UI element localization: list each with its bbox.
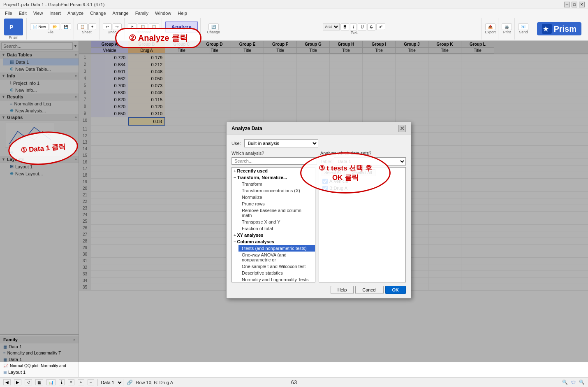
- maximize-button[interactable]: □: [572, 2, 577, 7]
- menu-edit[interactable]: Edit: [16, 10, 30, 16]
- analysis-search-input[interactable]: [231, 157, 317, 165]
- new-file-button[interactable]: 📄 New: [30, 23, 49, 30]
- undo-button[interactable]: ↩: [103, 23, 112, 30]
- list-button[interactable]: ≡: [68, 379, 74, 385]
- dataset-item-a[interactable]: A:Vehicle: [321, 178, 404, 185]
- cancel-button[interactable]: Cancel: [355, 286, 383, 294]
- change-label: Change: [207, 30, 220, 34]
- minus-button[interactable]: −: [88, 379, 94, 385]
- plus-button[interactable]: +: [78, 379, 84, 385]
- deselect-all-button[interactable]: Deselect All: [347, 169, 375, 176]
- font-select[interactable]: Arial: [323, 23, 340, 30]
- save-file-button[interactable]: 💾: [61, 23, 71, 30]
- svg-text:★: ★: [543, 26, 549, 33]
- change-btn[interactable]: 🔄: [208, 23, 219, 30]
- help-button[interactable]: Help: [331, 286, 354, 294]
- dialog-body: Use: Built-in analysis Which analysis? A…: [227, 135, 411, 298]
- table-selector[interactable]: Data 1: [97, 379, 123, 386]
- bold-button[interactable]: B: [340, 23, 349, 30]
- select-buttons-row: Select All Deselect All: [321, 169, 404, 176]
- analysis-normalize[interactable]: Normalize: [238, 194, 315, 200]
- analysis-normality[interactable]: Normality and Lognormality Tests: [238, 276, 315, 282]
- analysis-one-sample-t[interactable]: One sample t and Wilcoxon test: [238, 263, 315, 270]
- dialog-title: Analyze Data: [231, 126, 262, 131]
- family-item-qqplot[interactable]: 📈 Normal QQ plot: Normality and L: [0, 363, 79, 369]
- send-button[interactable]: 📧: [518, 23, 528, 30]
- dataset-b-checkbox[interactable]: [322, 186, 328, 191]
- cut-button[interactable]: ✂: [128, 23, 137, 30]
- analysis-ttests[interactable]: t tests (and nonparametric tests): [238, 245, 315, 252]
- superscript-button[interactable]: x²: [376, 23, 385, 30]
- link-icon: 🔗: [127, 380, 133, 385]
- analysis-anova[interactable]: One-way ANOVA (and nonparametric or: [238, 252, 315, 263]
- analysis-list: + Recently used − Transform, Normalize..…: [231, 167, 315, 282]
- category-transform[interactable]: − Transform, Normalize...: [232, 174, 315, 181]
- strikethrough-button[interactable]: S̶: [367, 23, 375, 30]
- status-position: Row 10, B: Drug A: [136, 380, 174, 385]
- nav-play-button[interactable]: ▶: [14, 379, 21, 385]
- open-file-button[interactable]: 📂: [50, 23, 60, 30]
- svg-text:P: P: [9, 24, 13, 30]
- dataset-a-checkbox[interactable]: [322, 179, 328, 184]
- menu-arrange[interactable]: Arrange: [109, 10, 132, 16]
- menu-help[interactable]: Help: [174, 10, 190, 16]
- menu-insert[interactable]: Insert: [46, 10, 64, 16]
- window-controls[interactable]: ─ □ ✕: [564, 2, 585, 7]
- use-select[interactable]: Built-in analysis: [244, 139, 318, 147]
- family-layout-label: Layout 1: [8, 370, 25, 375]
- sheet-btn[interactable]: 📋: [77, 23, 88, 30]
- analysis-fraction[interactable]: Fraction of total: [238, 225, 315, 232]
- menu-file[interactable]: File: [2, 10, 16, 16]
- toolbar-text-section: Arial B I U S̶ x² Text: [227, 18, 482, 40]
- toolbar-undo-section: ↩ ↪ Undo: [100, 18, 125, 40]
- redo-button[interactable]: ↪: [113, 23, 122, 30]
- toolbar-export-section: 📤 Export: [482, 18, 498, 40]
- dialog-columns: + Recently used − Transform, Normalize..…: [231, 167, 406, 282]
- table-select[interactable]: Data 1: [334, 157, 406, 166]
- analyze-dialog: Analyze Data ✕ Use: Built-in analysis Wh…: [226, 122, 411, 298]
- italic-button[interactable]: I: [350, 23, 357, 30]
- underline-button[interactable]: U: [358, 23, 366, 30]
- table-select-container: Table: Data 1: [320, 157, 406, 166]
- nav-back-button[interactable]: ◁: [25, 379, 32, 385]
- analysis-transpose[interactable]: Transpose X and Y: [238, 219, 315, 225]
- analyze-button[interactable]: Analyze: [165, 21, 198, 33]
- view-table-button[interactable]: ▦: [35, 379, 43, 385]
- dataset-item-b[interactable]: B:Drug A: [321, 185, 404, 192]
- category-column[interactable]: − Column analyses: [232, 238, 315, 245]
- nav-prev-button[interactable]: ◀: [3, 379, 11, 385]
- analysis-prune[interactable]: Prune rows: [238, 200, 315, 207]
- analysis-descriptive[interactable]: Descriptive statistics: [238, 270, 315, 276]
- analysis-remove-baseline[interactable]: Remove baseline and column math: [238, 207, 315, 219]
- category-recently-used[interactable]: + Recently used: [232, 168, 315, 174]
- close-button[interactable]: ✕: [579, 2, 585, 7]
- info-button[interactable]: ℹ: [59, 379, 65, 385]
- menu-view[interactable]: View: [30, 10, 46, 16]
- family-item-layout[interactable]: ⊞ Layout 1: [0, 369, 79, 375]
- menu-change[interactable]: Change: [87, 10, 109, 16]
- analysis-transform-conc[interactable]: Transform concentrations (X): [238, 187, 315, 194]
- toolbar-file-section: 📄 New 📂 💾 File: [28, 18, 74, 40]
- menu-window[interactable]: Window: [152, 10, 174, 16]
- family-qqplot-icon: 📈: [3, 364, 8, 368]
- analysis-transform[interactable]: Transform: [238, 181, 315, 187]
- print-button[interactable]: 🖨️: [502, 23, 512, 30]
- xy-expand-icon: +: [234, 233, 236, 238]
- view-graph-button[interactable]: 📊: [46, 379, 56, 385]
- dialog-close-button[interactable]: ✕: [398, 125, 406, 132]
- menu-analyze[interactable]: Analyze: [64, 10, 87, 16]
- dataset-a-label: A:Vehicle: [329, 179, 348, 184]
- select-all-button[interactable]: Select All: [321, 169, 345, 176]
- dialog-use-row: Use: Built-in analysis: [231, 139, 406, 147]
- menu-family[interactable]: Family: [132, 10, 152, 16]
- minimize-button[interactable]: ─: [564, 2, 570, 7]
- copy-button[interactable]: 📋: [138, 23, 148, 30]
- category-xy[interactable]: + XY analyses: [232, 232, 315, 238]
- toolbar-sheet-section: 📋 + Sheet: [75, 18, 100, 40]
- prism-label: Prism: [9, 35, 19, 40]
- analysis-search-container: [231, 157, 317, 166]
- paste-button[interactable]: 📋: [149, 23, 159, 30]
- sheet-btn2[interactable]: +: [88, 23, 96, 30]
- export-button[interactable]: 📤: [485, 23, 495, 30]
- ok-button[interactable]: OK: [385, 286, 406, 294]
